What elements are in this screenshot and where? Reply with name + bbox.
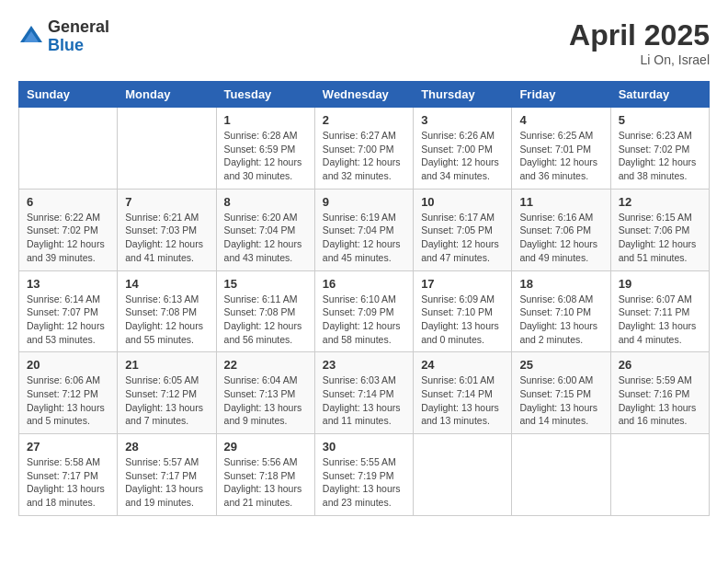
calendar-cell: 17Sunrise: 6:09 AM Sunset: 7:10 PM Dayli… (414, 270, 512, 352)
calendar-cell (118, 108, 216, 190)
day-number: 5 (619, 113, 701, 127)
calendar-cell: 9Sunrise: 6:19 AM Sunset: 7:04 PM Daylig… (314, 189, 413, 270)
day-info: Sunrise: 6:01 AM Sunset: 7:14 PM Dayligh… (421, 373, 504, 428)
calendar-cell: 6Sunrise: 6:22 AM Sunset: 7:02 PM Daylig… (19, 189, 118, 270)
day-number: 2 (323, 113, 405, 127)
calendar-cell: 12Sunrise: 6:15 AM Sunset: 7:06 PM Dayli… (610, 189, 709, 270)
month-title: April 2025 (569, 18, 710, 52)
day-info: Sunrise: 6:20 AM Sunset: 7:04 PM Dayligh… (224, 211, 307, 265)
calendar-header-monday: Monday (118, 82, 216, 108)
calendar-cell: 4Sunrise: 6:25 AM Sunset: 7:01 PM Daylig… (512, 108, 610, 190)
day-info: Sunrise: 6:00 AM Sunset: 7:15 PM Dayligh… (519, 373, 602, 428)
calendar-cell: 1Sunrise: 6:28 AM Sunset: 6:59 PM Daylig… (216, 108, 314, 190)
day-info: Sunrise: 6:19 AM Sunset: 7:04 PM Dayligh… (323, 211, 405, 265)
logo-icon (18, 24, 44, 50)
calendar-cell: 20Sunrise: 6:06 AM Sunset: 7:12 PM Dayli… (19, 352, 118, 434)
logo-blue: Blue (48, 37, 109, 55)
calendar-cell: 21Sunrise: 6:05 AM Sunset: 7:12 PM Dayli… (118, 352, 216, 434)
day-number: 27 (27, 440, 109, 454)
calendar-cell (19, 108, 118, 190)
day-info: Sunrise: 6:22 AM Sunset: 7:02 PM Dayligh… (27, 211, 109, 265)
day-info: Sunrise: 6:06 AM Sunset: 7:12 PM Dayligh… (27, 373, 109, 428)
day-number: 4 (519, 113, 602, 127)
day-info: Sunrise: 6:28 AM Sunset: 6:59 PM Dayligh… (224, 129, 307, 183)
day-number: 16 (323, 277, 405, 291)
calendar-cell: 22Sunrise: 6:04 AM Sunset: 7:13 PM Dayli… (216, 352, 314, 434)
day-number: 13 (27, 277, 109, 291)
day-info: Sunrise: 6:17 AM Sunset: 7:05 PM Dayligh… (421, 211, 504, 265)
logo: General Blue (18, 18, 109, 55)
day-info: Sunrise: 6:10 AM Sunset: 7:09 PM Dayligh… (323, 293, 405, 347)
day-info: Sunrise: 6:16 AM Sunset: 7:06 PM Dayligh… (519, 211, 602, 265)
day-number: 11 (519, 195, 602, 209)
day-number: 6 (27, 195, 109, 209)
calendar-cell: 25Sunrise: 6:00 AM Sunset: 7:15 PM Dayli… (512, 352, 610, 434)
logo-general: General (48, 18, 109, 37)
calendar-week-4: 20Sunrise: 6:06 AM Sunset: 7:12 PM Dayli… (19, 352, 710, 434)
calendar-cell: 3Sunrise: 6:26 AM Sunset: 7:00 PM Daylig… (414, 108, 512, 190)
day-info: Sunrise: 6:14 AM Sunset: 7:07 PM Dayligh… (27, 293, 109, 347)
calendar-week-5: 27Sunrise: 5:58 AM Sunset: 7:17 PM Dayli… (19, 434, 710, 516)
day-info: Sunrise: 6:07 AM Sunset: 7:11 PM Dayligh… (619, 293, 701, 347)
day-info: Sunrise: 6:23 AM Sunset: 7:02 PM Dayligh… (619, 129, 701, 183)
day-info: Sunrise: 5:57 AM Sunset: 7:17 PM Dayligh… (125, 455, 208, 510)
calendar-header-friday: Friday (512, 82, 610, 108)
day-number: 29 (224, 440, 307, 454)
page-header: General Blue April 2025 Li On, Israel (18, 18, 710, 67)
day-info: Sunrise: 5:58 AM Sunset: 7:17 PM Dayligh… (27, 455, 109, 510)
calendar-table: SundayMondayTuesdayWednesdayThursdayFrid… (18, 81, 710, 516)
day-info: Sunrise: 6:27 AM Sunset: 7:00 PM Dayligh… (323, 129, 405, 183)
calendar-cell (512, 434, 610, 516)
day-number: 10 (421, 195, 504, 209)
calendar-cell: 11Sunrise: 6:16 AM Sunset: 7:06 PM Dayli… (512, 189, 610, 270)
calendar-cell: 18Sunrise: 6:08 AM Sunset: 7:10 PM Dayli… (512, 270, 610, 352)
day-number: 26 (619, 358, 701, 372)
title-area: April 2025 Li On, Israel (569, 18, 710, 67)
calendar-cell: 26Sunrise: 5:59 AM Sunset: 7:16 PM Dayli… (610, 352, 709, 434)
day-number: 25 (519, 358, 602, 372)
day-number: 1 (224, 113, 307, 127)
day-info: Sunrise: 6:13 AM Sunset: 7:08 PM Dayligh… (125, 293, 208, 347)
day-number: 28 (125, 440, 208, 454)
day-number: 20 (27, 358, 109, 372)
day-number: 14 (125, 277, 208, 291)
day-info: Sunrise: 6:26 AM Sunset: 7:00 PM Dayligh… (421, 129, 504, 183)
day-number: 18 (519, 277, 602, 291)
calendar-week-2: 6Sunrise: 6:22 AM Sunset: 7:02 PM Daylig… (19, 189, 710, 270)
day-info: Sunrise: 6:11 AM Sunset: 7:08 PM Dayligh… (224, 293, 307, 347)
day-number: 17 (421, 277, 504, 291)
day-info: Sunrise: 5:55 AM Sunset: 7:19 PM Dayligh… (323, 455, 405, 510)
day-number: 15 (224, 277, 307, 291)
day-info: Sunrise: 6:25 AM Sunset: 7:01 PM Dayligh… (519, 129, 602, 183)
day-info: Sunrise: 5:56 AM Sunset: 7:18 PM Dayligh… (224, 455, 307, 510)
day-number: 12 (619, 195, 701, 209)
calendar-cell: 10Sunrise: 6:17 AM Sunset: 7:05 PM Dayli… (414, 189, 512, 270)
calendar-cell: 14Sunrise: 6:13 AM Sunset: 7:08 PM Dayli… (118, 270, 216, 352)
location: Li On, Israel (569, 52, 710, 67)
calendar-cell: 13Sunrise: 6:14 AM Sunset: 7:07 PM Dayli… (19, 270, 118, 352)
day-info: Sunrise: 6:04 AM Sunset: 7:13 PM Dayligh… (224, 373, 307, 428)
calendar-cell: 30Sunrise: 5:55 AM Sunset: 7:19 PM Dayli… (314, 434, 413, 516)
day-info: Sunrise: 6:09 AM Sunset: 7:10 PM Dayligh… (421, 293, 504, 347)
day-info: Sunrise: 6:21 AM Sunset: 7:03 PM Dayligh… (125, 211, 208, 265)
day-info: Sunrise: 5:59 AM Sunset: 7:16 PM Dayligh… (619, 373, 701, 428)
day-number: 8 (224, 195, 307, 209)
calendar-header-wednesday: Wednesday (314, 82, 413, 108)
calendar-header-tuesday: Tuesday (216, 82, 314, 108)
day-number: 22 (224, 358, 307, 372)
calendar-header-row: SundayMondayTuesdayWednesdayThursdayFrid… (19, 82, 710, 108)
calendar-cell (610, 434, 709, 516)
calendar-cell: 28Sunrise: 5:57 AM Sunset: 7:17 PM Dayli… (118, 434, 216, 516)
day-number: 23 (323, 358, 405, 372)
calendar-header-saturday: Saturday (610, 82, 709, 108)
calendar-header-sunday: Sunday (19, 82, 118, 108)
calendar-cell: 19Sunrise: 6:07 AM Sunset: 7:11 PM Dayli… (610, 270, 709, 352)
logo-text: General Blue (48, 18, 109, 55)
day-info: Sunrise: 6:15 AM Sunset: 7:06 PM Dayligh… (619, 211, 701, 265)
day-info: Sunrise: 6:08 AM Sunset: 7:10 PM Dayligh… (519, 293, 602, 347)
calendar-cell: 23Sunrise: 6:03 AM Sunset: 7:14 PM Dayli… (314, 352, 413, 434)
day-number: 21 (125, 358, 208, 372)
calendar-week-3: 13Sunrise: 6:14 AM Sunset: 7:07 PM Dayli… (19, 270, 710, 352)
day-number: 30 (323, 440, 405, 454)
calendar-cell: 27Sunrise: 5:58 AM Sunset: 7:17 PM Dayli… (19, 434, 118, 516)
